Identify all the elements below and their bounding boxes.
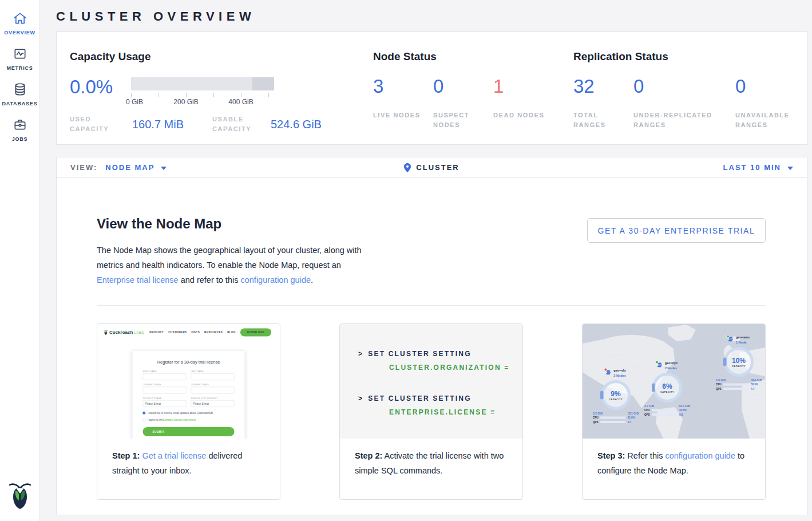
sidebar-item-label: DATABASES xyxy=(0,101,39,106)
node-map-panel: GET A 30-DAY ENTERPRISE TRIAL View the N… xyxy=(56,177,807,515)
capacity-bar-chart: 0 GiB 200 GiB 400 GiB xyxy=(131,76,274,106)
locality-ams: geo=ams 1 Node 10% CAPACITY 3.6 GiB364 G… xyxy=(716,334,762,390)
reason-for-interest-select: Please Select xyxy=(191,400,235,407)
node-group-icon xyxy=(657,362,663,369)
step-3-caption: Step 3: Refer this configuration guide t… xyxy=(583,439,765,478)
view-bar: VIEW: NODE MAP CLUSTER LAST 10 MIN xyxy=(56,157,807,178)
suspect-nodes-label: SUSPECT NODES xyxy=(433,110,486,130)
cluster-summary-panel: Capacity Usage 0.0% 0 GiB 200 GiB 400 Gi… xyxy=(56,31,807,145)
tick-label: 200 GiB xyxy=(173,98,198,106)
last-name-field xyxy=(191,373,235,380)
main-content: CLUSTER OVERVIEW Capacity Usage 0.0% 0 G… xyxy=(40,0,812,515)
dead-nodes-stat: 1 DEAD NODES xyxy=(493,76,553,130)
description-text: and refer to this xyxy=(179,275,241,285)
dead-nodes-label: DEAD NODES xyxy=(493,110,546,120)
capacity-gauge: 6% CAPACITY xyxy=(652,373,682,402)
node-map-preview: geo=sfo 2 Nodes 9% CAPACITY 3.2 GiB351 G… xyxy=(583,324,765,439)
node-group-icon xyxy=(605,369,611,376)
live-nodes-value: 3 xyxy=(373,76,433,97)
view-label: VIEW: xyxy=(70,163,97,172)
healthy-status-dot xyxy=(726,335,730,338)
locality-node-count: 1 Node xyxy=(736,341,746,344)
capacity-usage-title: Capacity Usage xyxy=(70,50,373,63)
node-group-icon xyxy=(728,336,734,343)
mini-site-nav: PRODUCT CUSTOMERS DOCS RESOURCES BLOG DO… xyxy=(145,329,271,337)
email-updates-checkbox xyxy=(143,412,146,415)
node-map-description: The Node Map shows the geographical layo… xyxy=(97,243,367,287)
locality-name: geo=nyc xyxy=(665,361,678,365)
unavailable-ranges-value: 0 xyxy=(735,76,795,97)
briefcase-icon xyxy=(0,117,39,132)
warning-status-dot xyxy=(604,368,607,372)
sql-commands-illustration: >SET CLUSTER SETTING CLUSTER.ORGANIZATIO… xyxy=(340,324,522,439)
capacity-gauge: 10% CAPACITY xyxy=(724,347,754,377)
replication-status-section: Replication Status 32 TOTAL RANGES 0 UND… xyxy=(573,32,795,144)
sidebar-item-label: OVERVIEW xyxy=(0,30,39,35)
suspect-nodes-value: 0 xyxy=(433,76,493,97)
get-trial-license-link[interactable]: Get a trial license xyxy=(142,451,206,460)
healthy-status-dot xyxy=(655,361,659,364)
under-replicated-ranges-value: 0 xyxy=(633,76,735,97)
unavailable-ranges-label: UNAVAILABLE RANGES xyxy=(735,110,788,130)
cockroachdb-logo xyxy=(0,481,39,513)
cockroach-labs-logo: Cockroach LABS xyxy=(104,329,144,336)
sidebar-item-label: METRICS xyxy=(0,65,39,71)
project-phase-select: Please Select xyxy=(143,400,187,407)
view-selector-value: NODE MAP xyxy=(105,163,155,172)
page-title: CLUSTER OVERVIEW xyxy=(56,9,807,24)
database-icon xyxy=(0,82,39,97)
description-text: . xyxy=(311,275,313,285)
company-email-field xyxy=(191,387,235,394)
used-capacity-value: 160.7 MiB xyxy=(132,118,212,131)
locality-sfo: geo=sfo 2 Nodes 9% CAPACITY 3.2 GiB351 G… xyxy=(593,368,639,424)
capacity-bar xyxy=(131,77,274,90)
license-agreement-checkbox xyxy=(143,419,146,421)
capacity-bar-nonusable-segment xyxy=(252,77,274,90)
dead-nodes-value: 1 xyxy=(493,76,553,97)
company-name-field xyxy=(143,387,187,394)
time-range-value: LAST 10 MIN xyxy=(723,163,781,172)
submit-button: SUBMIT xyxy=(143,427,235,436)
sidebar-item-databases[interactable]: DATABASES xyxy=(0,71,39,106)
sidebar-item-label: JOBS xyxy=(0,136,39,142)
unavailable-ranges-stat: 0 UNAVAILABLE RANGES xyxy=(735,76,795,130)
capacity-usage-section: Capacity Usage 0.0% 0 GiB 200 GiB 400 Gi… xyxy=(70,32,373,144)
live-nodes-label: LIVE NODES xyxy=(373,110,426,120)
node-status-title: Node Status xyxy=(373,50,573,63)
time-range-dropdown[interactable]: LAST 10 MIN xyxy=(723,163,793,172)
view-selector-dropdown[interactable]: NODE MAP xyxy=(105,163,167,172)
configuration-guide-link[interactable]: configuration guide xyxy=(665,451,735,460)
tick-label: 0 GiB xyxy=(126,98,143,106)
form-title: Register for a 30-day trial license xyxy=(143,360,235,365)
divider xyxy=(97,305,766,306)
capacity-axis-labels: 0 GiB 200 GiB 400 GiB xyxy=(131,98,274,106)
chevron-down-icon xyxy=(161,167,167,170)
locality-node-count: 2 Nodes xyxy=(665,366,677,370)
download-button: DOWNLOAD xyxy=(240,329,271,337)
capacity-used-percent: 0.0% xyxy=(70,76,131,106)
under-replicated-ranges-stat: 0 UNDER-REPLICATED RANGES xyxy=(633,76,735,130)
under-replicated-ranges-label: UNDER-REPLICATED RANGES xyxy=(633,110,725,130)
chevron-down-icon xyxy=(787,167,793,170)
enterprise-trial-button[interactable]: GET A 30-DAY ENTERPRISE TRIAL xyxy=(587,218,766,243)
sidebar-item-overview[interactable]: OVERVIEW xyxy=(0,0,39,35)
step-3-card: geo=sfo 2 Nodes 9% CAPACITY 3.2 GiB351 G… xyxy=(582,323,766,500)
sidebar-item-jobs[interactable]: JOBS xyxy=(0,106,39,142)
tick-label: 400 GiB xyxy=(228,98,253,106)
sidebar: OVERVIEW METRICS DATABASES xyxy=(0,0,40,521)
suspect-nodes-stat: 0 SUSPECT NODES xyxy=(433,76,493,130)
home-icon xyxy=(0,11,39,26)
node-status-section: Node Status 3 LIVE NODES 0 SUSPECT NODES… xyxy=(373,32,573,144)
locality-breadcrumb-label: CLUSTER xyxy=(416,163,459,172)
enterprise-trial-license-link[interactable]: Enterprise trial license xyxy=(97,275,179,285)
usable-capacity-value: 524.6 GiB xyxy=(271,118,351,131)
live-nodes-stat: 3 LIVE NODES xyxy=(373,76,433,130)
sidebar-item-metrics[interactable]: METRICS xyxy=(0,35,39,71)
configuration-guide-link[interactable]: configuration guide xyxy=(240,275,311,285)
used-capacity-label: USED CAPACITY xyxy=(70,115,132,134)
locality-nyc: geo=nyc 2 Nodes 6% CAPACITY 3.7 GiB43.7 … xyxy=(644,360,690,416)
total-ranges-label: TOTAL RANGES xyxy=(573,110,626,130)
locality-breadcrumb: CLUSTER xyxy=(404,163,459,172)
capacity-axis-ticks xyxy=(131,93,274,98)
setup-steps: Cockroach LABS PRODUCT CUSTOMERS DOCS RE… xyxy=(97,323,766,500)
